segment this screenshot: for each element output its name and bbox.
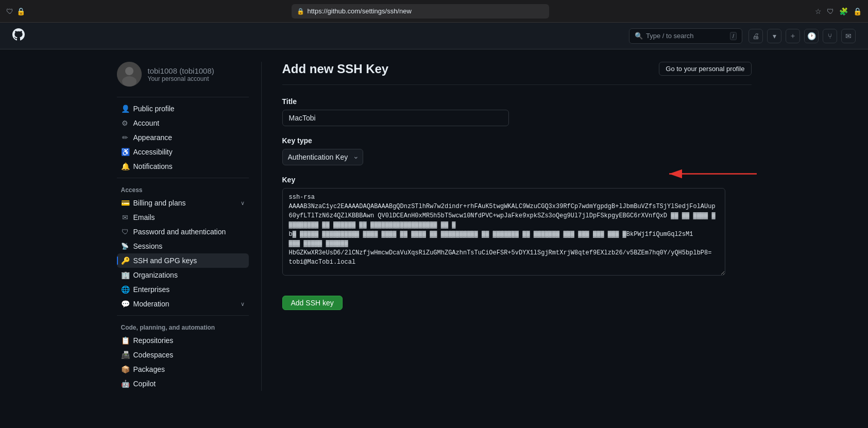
key-form-group: Key ssh-rsa AAAAB3NzaC1yc2EAAAADAQABAAAB… (282, 176, 752, 277)
sessions-icon: 📡 (121, 243, 129, 250)
topnav-mail-btn[interactable]: ✉ (841, 29, 856, 43)
sidebar-item-codespaces[interactable]: 📠 Codespaces (117, 348, 249, 362)
page-title: Add new SSH Key (282, 62, 389, 76)
main-content: Add new SSH Key Go to your personal prof… (261, 62, 752, 391)
lock-ext-icon[interactable]: 🔒 (853, 7, 862, 15)
key-type-form-group: Key type Authentication Key Signing Key (282, 136, 752, 165)
key-type-select-wrapper: Authentication Key Signing Key (282, 149, 363, 165)
title-input[interactable] (282, 110, 509, 126)
ssh-gpg-icon: 🔑 (121, 256, 129, 265)
avatar (117, 62, 142, 87)
sidebar-item-accessibility[interactable]: ♿ Accessibility (117, 145, 249, 159)
sidebar-item-label: Billing and plans (133, 199, 186, 207)
sidebar-item-label: Notifications (133, 162, 173, 170)
packages-icon: 📦 (121, 365, 129, 373)
sidebar-item-notifications[interactable]: 🔔 Notifications (117, 159, 249, 174)
address-lock-icon: 🔒 (297, 8, 304, 15)
search-icon: 🔍 (635, 32, 643, 40)
topnav-dropdown-btn[interactable]: ▾ (767, 29, 781, 43)
topnav-icons: 🖨 ▾ ＋ 🕐 ⑂ ✉ (748, 29, 856, 43)
user-account-type: Your personal account (148, 75, 214, 82)
url-text: https://github.com/settings/ssh/new (308, 7, 412, 15)
browser-chrome: 🛡 🔒 🔒 https://github.com/settings/ssh/ne… (0, 0, 868, 23)
page-header-row: Add new SSH Key Go to your personal prof… (282, 62, 752, 76)
billing-icon: 💳 (121, 199, 129, 207)
search-placeholder: Type / to search (646, 32, 694, 40)
appearance-icon: ✏ (121, 133, 129, 142)
sidebar-item-packages[interactable]: 📦 Packages (117, 362, 249, 376)
sidebar-item-label: SSH and GPG keys (133, 256, 197, 265)
sidebar-item-label: Accessibility (133, 148, 173, 156)
sidebar-item-sessions[interactable]: 📡 Sessions (117, 239, 249, 253)
code-section-label: Code, planning, and automation (117, 320, 249, 333)
topnav-plus-btn[interactable]: ＋ (786, 29, 800, 43)
moderation-expand-icon: ∨ (241, 301, 245, 307)
browser-nav-icons: 🛡 🔒 (6, 7, 25, 15)
organizations-icon: 🏢 (121, 271, 129, 279)
codespaces-icon: 📠 (121, 351, 129, 359)
sidebar-item-emails[interactable]: ✉ Emails (117, 210, 249, 225)
account-icon: ⚙ (121, 119, 129, 127)
key-field-container: ssh-rsa AAAAB3NzaC1yc2EAAAADAQABAAABgQDn… (282, 188, 752, 277)
moderation-icon: 💬 (121, 300, 129, 308)
user-info: tobi1008 (tobi1008) Your personal accoun… (117, 62, 249, 87)
user-text: tobi1008 (tobi1008) Your personal accoun… (148, 66, 214, 82)
svg-point-1 (125, 67, 133, 75)
sidebar-item-ssh-gpg[interactable]: 🔑 SSH and GPG keys (117, 253, 249, 268)
lock-icon: 🔒 (16, 7, 25, 15)
page-divider (282, 84, 752, 85)
sidebar-item-moderation[interactable]: 💬 Moderation ∨ (117, 297, 249, 311)
address-bar[interactable]: 🔒 https://github.com/settings/ssh/new (292, 4, 549, 19)
nav-divider-code (117, 315, 249, 316)
notifications-icon: 🔔 (121, 162, 129, 170)
profile-icon: 👤 (121, 105, 129, 113)
key-textarea[interactable]: ssh-rsa AAAAB3NzaC1yc2EAAAADAQABAAABgQDn… (282, 188, 725, 276)
enterprises-icon: 🌐 (121, 285, 129, 294)
title-label: Title (282, 97, 752, 106)
topnav-search[interactable]: 🔍 Type / to search / (629, 28, 742, 44)
sidebar-item-account[interactable]: ⚙ Account (117, 116, 249, 130)
star-icon[interactable]: ☆ (815, 7, 822, 15)
topnav-clock-btn[interactable]: 🕐 (804, 29, 819, 43)
topnav-merge-btn[interactable]: ⑂ (823, 29, 837, 43)
browser-right-icons: ☆ 🛡 🧩 🔒 (815, 7, 862, 15)
key-type-select[interactable]: Authentication Key Signing Key (282, 149, 363, 165)
sidebar-item-label: Copilot (133, 380, 156, 388)
svg-point-2 (122, 76, 137, 87)
red-arrow-svg (659, 169, 762, 190)
sidebar-item-billing[interactable]: 💳 Billing and plans ∨ (117, 196, 249, 210)
sidebar-item-password-auth[interactable]: 🛡 Password and authentication (117, 225, 249, 239)
main-nav: 👤 Public profile ⚙ Account ✏ Appearance … (117, 101, 249, 174)
sidebar-item-public-profile[interactable]: 👤 Public profile (117, 101, 249, 116)
sidebar-item-label: Public profile (133, 105, 175, 113)
sidebar-item-label: Appearance (133, 133, 173, 142)
sidebar-item-enterprises[interactable]: 🌐 Enterprises (117, 282, 249, 297)
emails-icon: ✉ (121, 213, 129, 221)
github-logo[interactable] (12, 28, 25, 43)
accessibility-icon: ♿ (121, 148, 129, 156)
code-nav: 📋 Repositories 📠 Codespaces 📦 Packages 🤖… (117, 333, 249, 391)
sidebar-item-label: Enterprises (133, 285, 170, 294)
repositories-icon: 📋 (121, 336, 129, 345)
sidebar-item-label: Password and authentication (133, 228, 226, 236)
sidebar-item-label: Emails (133, 213, 155, 221)
sidebar: tobi1008 (tobi1008) Your personal accoun… (117, 62, 261, 391)
go-to-profile-button[interactable]: Go to your personal profile (659, 62, 751, 76)
sidebar-item-appearance[interactable]: ✏ Appearance (117, 130, 249, 145)
sidebar-item-label: Moderation (133, 300, 169, 308)
add-ssh-key-button[interactable]: Add SSH key (282, 296, 343, 310)
title-form-group: Title (282, 97, 752, 126)
page-layout: tobi1008 (tobi1008) Your personal accoun… (105, 49, 764, 391)
sidebar-item-copilot[interactable]: 🤖 Copilot (117, 376, 249, 391)
extensions-icon[interactable]: 🧩 (839, 7, 848, 15)
sidebar-item-label: Packages (133, 365, 165, 373)
github-topnav: 🔍 Type / to search / 🖨 ▾ ＋ 🕐 ⑂ ✉ (0, 23, 868, 49)
topnav-print-btn[interactable]: 🖨 (748, 29, 763, 43)
sidebar-item-organizations[interactable]: 🏢 Organizations (117, 268, 249, 282)
billing-expand-icon: ∨ (241, 200, 245, 207)
shield-ext-icon[interactable]: 🛡 (827, 7, 834, 15)
sidebar-item-repositories[interactable]: 📋 Repositories (117, 333, 249, 348)
access-section-label: Access (117, 182, 249, 196)
sidebar-item-label: Codespaces (133, 351, 174, 359)
copilot-icon: 🤖 (121, 380, 129, 388)
